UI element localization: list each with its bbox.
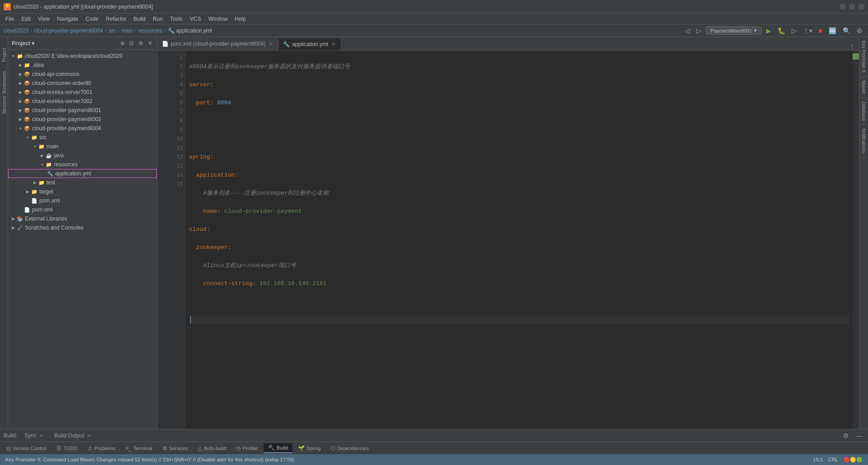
structure-tab-vertical[interactable]: Structure	[0, 91, 8, 118]
panel-settings-button[interactable]: ⚙	[137, 40, 144, 47]
pom-tab-close[interactable]: ✕	[268, 41, 274, 47]
code-editor[interactable]: 1 2 3 4 5 6 7 8 9 10 11 12 13 14 15 #800…	[157, 51, 859, 429]
build-settings-button[interactable]: ⚙	[841, 431, 851, 440]
back-button[interactable]: ◁	[683, 26, 692, 35]
tree-item-cloud2020[interactable]: ▾ 📁 cloud2020 E:\idea-workspace\cloud202…	[8, 52, 157, 61]
tab-dependencies[interactable]: ⬡ Dependencies	[326, 444, 373, 453]
tree-item-eureka7002[interactable]: ▶ 📦 cloud-eureka-server7002	[8, 97, 157, 106]
debug-button[interactable]: 🐛	[776, 26, 787, 35]
tab-todo[interactable]: ☰ TODO	[52, 444, 82, 453]
tab-application-yml[interactable]: 🔧 application.yml ✕	[278, 38, 341, 50]
breadcrumb-src[interactable]: src	[108, 28, 116, 34]
tree-item-src[interactable]: ▾ 📁 src	[8, 133, 157, 142]
close-button[interactable]: ✕	[859, 4, 864, 9]
breadcrumb-cloud2020[interactable]: cloud2020	[4, 28, 28, 34]
tree-arrow-scratches: ▶	[10, 225, 16, 230]
tab-spring[interactable]: 🌱 Spring	[293, 444, 326, 453]
notifications-tab[interactable]: Notifications	[860, 125, 867, 157]
tree-label-target: target	[39, 188, 53, 195]
services-label: Services	[169, 446, 188, 451]
tree-item-api-commons[interactable]: ▶ 📦 cloud-api-commons	[8, 70, 157, 79]
tab-services[interactable]: ⚙ Services	[158, 444, 193, 453]
tab-profiler[interactable]: ◷ Profiler	[231, 444, 263, 453]
tab-terminal[interactable]: >_ Terminal	[121, 444, 156, 453]
tab-pom-xml[interactable]: 📄 pom.xml (cloud-provider-payment8004) ✕	[157, 38, 278, 50]
tree-item-pom-8004[interactable]: ▶ 📄 pom.xml	[8, 196, 157, 205]
tree-item-main[interactable]: ▾ 📁 main	[8, 142, 157, 151]
tree-item-resources[interactable]: ▾ 📁 resources	[8, 160, 157, 169]
pom-tab-label: pom.xml (cloud-provider-payment8004)	[171, 41, 265, 47]
locate-file-button[interactable]: ⊕	[119, 40, 126, 47]
recent-files-button[interactable]: ⋮	[845, 43, 859, 50]
build-minimize-button[interactable]: —	[854, 431, 864, 440]
tree-item-payment8002[interactable]: ▶ 📦 cloud-provider-payment8002	[8, 115, 157, 124]
menu-navigate[interactable]: Navigate	[53, 15, 82, 23]
tree-item-external-libs[interactable]: ▶ 📚 External Libraries	[8, 214, 157, 223]
error-stripe	[853, 53, 859, 60]
tree-item-application-yml[interactable]: 🔧 application.yml	[8, 169, 157, 178]
tab-build[interactable]: 🔨 Build	[264, 443, 292, 453]
tree-item-test[interactable]: ▶ 📁 test	[8, 178, 157, 187]
breadcrumb-resources[interactable]: resources	[138, 28, 162, 34]
tree-item-pom-root[interactable]: ▶ 📄 pom.xml	[8, 205, 157, 214]
menu-window[interactable]: Window	[205, 15, 231, 23]
menu-vcs[interactable]: VCS	[186, 15, 205, 23]
collapse-all-button[interactable]: ⊟	[128, 40, 135, 47]
menu-edit[interactable]: Edit	[18, 15, 34, 23]
bookmarks-tab-vertical[interactable]: Bookmarks	[0, 73, 8, 91]
tree-item-consumer-order[interactable]: ▶ 📦 cloud-consumer-order80	[8, 79, 157, 88]
payment8001-icon: 📦	[24, 107, 31, 114]
menu-tools[interactable]: Tools	[166, 15, 186, 23]
src-icon: 📁	[31, 134, 38, 141]
run-config-selector[interactable]: PaymentMain8001 ▾	[706, 26, 762, 35]
tree-item-java[interactable]: ▶ ☕ java	[8, 151, 157, 160]
tree-item-scratches[interactable]: ▶ 🖊 Scratches and Consoles	[8, 223, 157, 232]
database-tab[interactable]: Database	[860, 98, 867, 125]
menu-run[interactable]: Run	[149, 15, 166, 23]
tree-item-payment8001[interactable]: ▶ 📦 cloud-provider-payment8001	[8, 106, 157, 115]
build-tab-sync[interactable]: Sync ✕	[21, 432, 47, 440]
tree-label-resources: resources	[54, 161, 78, 168]
minimize-button[interactable]: —	[840, 4, 845, 9]
tree-label-payment8001: cloud-provider-payment8001	[32, 107, 101, 113]
maven-tab[interactable]: Maven	[860, 77, 867, 98]
payment8002-icon: 📦	[24, 116, 31, 123]
menu-help[interactable]: Help	[231, 15, 250, 23]
tree-item-eureka7001[interactable]: ▶ 📦 cloud-eureka-server7001	[8, 88, 157, 97]
stop-button[interactable]: ■	[817, 26, 824, 35]
menu-build[interactable]: Build	[130, 15, 149, 23]
menu-view[interactable]: View	[34, 15, 53, 23]
toolbar-right: ◁ ▷ PaymentMain8001 ▾ ▶ 🐛 ▷ ⋮▾ ■ 🔤 🔍 ⚙	[683, 26, 864, 35]
key-promoter-tab[interactable]: Key Promoter X	[860, 37, 867, 77]
code-content[interactable]: #8004表示注册到zookeeper服务器的支付服务提供者端口号 server…	[185, 51, 853, 429]
more-run-options[interactable]: ⋮▾	[801, 26, 814, 35]
tab-auto-build[interactable]: △ Auto-build	[193, 444, 231, 453]
project-tab-vertical[interactable]: Project	[0, 37, 8, 73]
search-button[interactable]: 🔍	[841, 26, 852, 35]
problems-icon: ⚠	[88, 445, 93, 451]
tree-arrow-idea: ▶	[17, 63, 24, 67]
title-bar-left: 💡 cloud2020 - application.yml [cloud-pro…	[4, 3, 153, 10]
menu-refactor[interactable]: Refactor	[102, 15, 130, 23]
breadcrumb-module[interactable]: cloud-provider-payment8004	[34, 28, 103, 34]
yml-tab-close[interactable]: ✕	[330, 41, 336, 47]
menu-code[interactable]: Code	[82, 15, 102, 23]
run-button[interactable]: ▶	[764, 26, 773, 35]
tab-problems[interactable]: ⚠ Problems	[83, 444, 120, 453]
settings-button[interactable]: ⚙	[855, 26, 864, 35]
breadcrumb-main[interactable]: main	[121, 28, 133, 34]
external-libs-icon: 📚	[16, 215, 24, 222]
translate-button[interactable]: 🔤	[827, 26, 838, 35]
panel-close-button[interactable]: ✕	[147, 40, 153, 47]
tab-version-control[interactable]: ◎ Version Control	[2, 444, 51, 453]
maximize-button[interactable]: □	[849, 4, 855, 9]
forward-button[interactable]: ▷	[694, 26, 703, 35]
dependencies-label: Dependencies	[337, 446, 368, 451]
tree-item-idea[interactable]: ▶ 📁 .idea	[8, 61, 157, 70]
run-with-coverage[interactable]: ▷	[790, 26, 798, 35]
window-title: cloud2020 - application.yml [cloud-provi…	[14, 4, 153, 10]
build-tab-output[interactable]: Build Output ✕	[51, 432, 94, 440]
tree-item-target[interactable]: ▶ 📁 target	[8, 187, 157, 196]
menu-file[interactable]: File	[2, 15, 18, 23]
tree-item-payment8004[interactable]: ▾ 📦 cloud-provider-payment8004	[8, 124, 157, 133]
